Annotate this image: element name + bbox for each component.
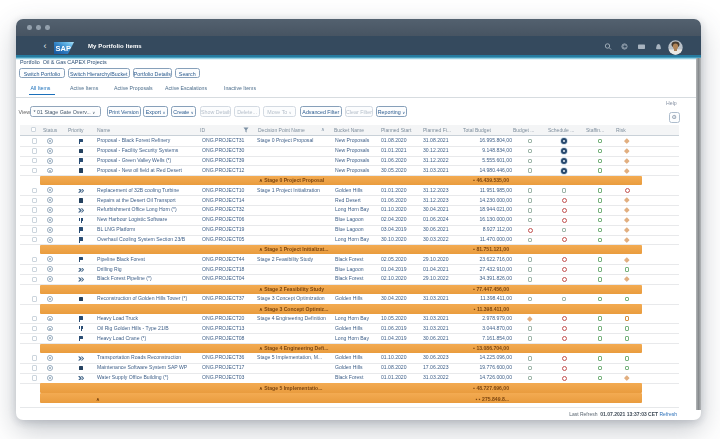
svg-text:SAP: SAP xyxy=(56,43,71,52)
